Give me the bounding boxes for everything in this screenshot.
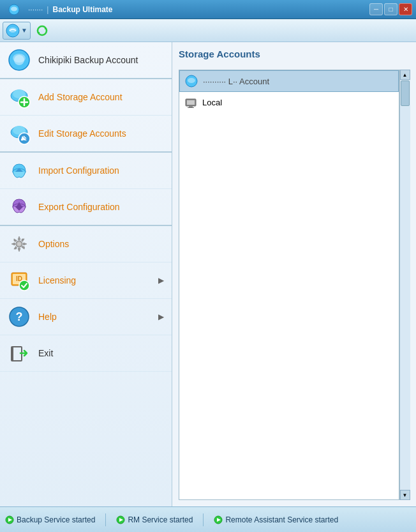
cloudberry-account-icon: [185, 75, 198, 87]
backup-service-status: Backup Service started: [5, 515, 95, 524]
backup-service-icon: [5, 515, 14, 524]
title-divider: |: [47, 5, 48, 14]
svg-point-23: [17, 242, 21, 246]
menu-item-licensing[interactable]: ID Licensing ▶: [0, 262, 172, 299]
svg-point-1: [11, 6, 17, 11]
licensing-label: Licensing: [38, 275, 151, 285]
svg-rect-36: [189, 106, 193, 107]
menu-item-add-storage[interactable]: Add Storage Account: [0, 79, 172, 116]
rm-service-status: RM Service started: [116, 515, 193, 524]
menu-item-help[interactable]: ? Help ▶: [0, 299, 172, 335]
minimize-button[interactable]: ─: [369, 3, 383, 15]
toolbar: ▼: [0, 19, 416, 42]
import-label: Import Configuration: [38, 165, 164, 176]
add-storage-label: Add Storage Account: [38, 92, 164, 102]
account-list-container: ·········· L·· Account Local: [179, 70, 410, 500]
edit-storage-icon: [8, 122, 31, 145]
export-label: Export Configuration: [38, 202, 164, 212]
menu-item-options[interactable]: Options: [0, 226, 172, 262]
account-item-local[interactable]: Local: [179, 92, 399, 112]
right-panel: Storage Accounts ·········· L·· Account: [172, 42, 416, 506]
scroll-thumb[interactable]: [401, 80, 410, 106]
close-button[interactable]: ✕: [399, 3, 412, 15]
title-icon: [4, 1, 24, 19]
licensing-arrow-icon: ▶: [158, 276, 164, 285]
main-menu-dropdown[interactable]: ▼: [3, 22, 31, 40]
title-bar: ······· | Backup Ultimate ─ □ ✕: [0, 0, 416, 19]
scroll-track: [400, 80, 410, 490]
local-account-name: Local: [202, 98, 222, 107]
status-divider-1: [105, 513, 106, 526]
scroll-up-button[interactable]: ▲: [400, 70, 410, 80]
export-icon: [8, 195, 31, 218]
help-label: Help: [38, 312, 151, 322]
storage-accounts-title: Storage Accounts: [179, 49, 410, 63]
add-storage-icon: [8, 86, 31, 109]
options-label: Options: [38, 239, 164, 249]
remote-assistant-icon: [214, 515, 223, 524]
cloudberry-account-name: ·········· L·· Account: [203, 77, 269, 86]
menu-item-chikipiki[interactable]: Chikipiki Backup Account: [0, 42, 172, 79]
rm-service-label: RM Service started: [128, 515, 193, 524]
menu-item-exit[interactable]: Exit: [0, 335, 172, 372]
chikipiki-label: Chikipiki Backup Account: [38, 55, 164, 65]
status-divider-2: [203, 513, 204, 526]
account-item-cloudberry[interactable]: ·········· L·· Account: [179, 70, 399, 92]
window-controls: ─ □ ✕: [369, 3, 412, 15]
help-icon: ?: [8, 305, 31, 328]
remote-assistant-label: Remote Assistant Service started: [225, 515, 338, 524]
svg-text:?: ?: [16, 310, 23, 323]
app-title: Backup Ultimate: [52, 5, 112, 14]
title-blurred: ·······: [28, 5, 43, 14]
dropdown-arrow-icon: ▼: [21, 27, 27, 34]
svg-rect-18: [21, 139, 23, 141]
status-bar: Backup Service started RM Service starte…: [0, 506, 416, 532]
left-menu: Chikipiki Backup Account Add Storage Acc…: [0, 42, 172, 506]
chikipiki-icon: [8, 49, 31, 72]
maximize-button[interactable]: □: [384, 3, 397, 15]
refresh-icon: [36, 24, 48, 37]
menu-item-export[interactable]: Export Configuration: [0, 189, 172, 226]
local-account-icon: [184, 96, 197, 109]
exit-label: Exit: [38, 348, 164, 358]
scroll-down-button[interactable]: ▼: [400, 490, 410, 500]
svg-rect-35: [187, 100, 195, 105]
help-arrow-icon: ▶: [158, 312, 164, 321]
import-icon: [8, 159, 31, 182]
exit-icon: [8, 342, 31, 365]
menu-item-edit-storage[interactable]: Edit Storage Accounts: [0, 116, 172, 153]
app-logo-icon: [6, 24, 20, 38]
svg-rect-37: [188, 107, 194, 108]
svg-point-27: [19, 280, 29, 291]
remote-assistant-status: Remote Assistant Service started: [214, 515, 338, 524]
edit-storage-label: Edit Storage Accounts: [38, 128, 164, 139]
scrollbar[interactable]: ▲ ▼: [399, 70, 410, 500]
refresh-button[interactable]: [32, 22, 52, 40]
backup-service-label: Backup Service started: [17, 515, 95, 524]
svg-point-8: [14, 55, 24, 65]
menu-item-import[interactable]: Import Configuration: [0, 153, 172, 189]
licensing-icon: ID: [8, 269, 31, 292]
options-gear-icon: [8, 232, 31, 255]
rm-service-icon: [116, 515, 125, 524]
accounts-list: ·········· L·· Account Local: [179, 70, 399, 500]
main-area: Chikipiki Backup Account Add Storage Acc…: [0, 42, 416, 506]
svg-point-33: [188, 78, 195, 83]
